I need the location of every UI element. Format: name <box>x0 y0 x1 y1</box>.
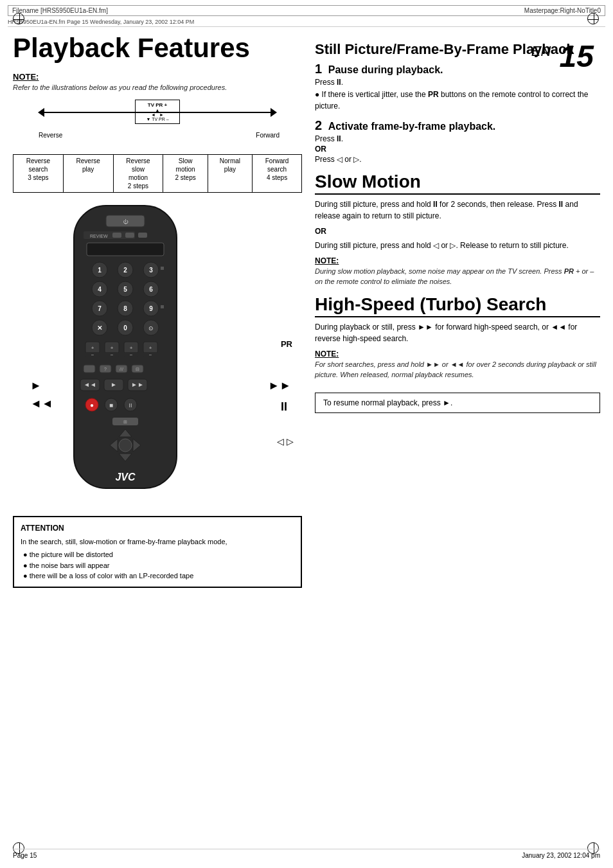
steps-table: Reversesearch3 steps Reverseplay Reverse… <box>13 154 302 193</box>
svg-text:+: + <box>111 345 114 351</box>
svg-text:0: 0 <box>123 324 127 332</box>
footer-right: January 23, 2002 12:04 pm <box>522 852 600 859</box>
remote-svg-wrap: ⏻ REVIEW 1 <box>48 199 267 509</box>
pause-label: II <box>281 400 287 414</box>
slow-motion-note: NOTE: During slow motion playback, some … <box>315 256 600 287</box>
svg-text:–: – <box>91 352 94 357</box>
reg-mark-tl <box>13 13 26 26</box>
high-speed-desc: During playback or still, press ►► for f… <box>315 321 600 344</box>
arrow-left <box>38 108 44 117</box>
step-2-press2: Press ◁ or ▷. <box>315 155 600 164</box>
svg-text:REVIEW: REVIEW <box>90 234 108 238</box>
diagram-area: TV PR + ▲ ◄► ▼ TV PR – Reverse Forward <box>13 100 302 148</box>
rew-left: ◄◄ <box>30 397 53 411</box>
forward-label: Forward <box>256 132 280 139</box>
main-content: Playback Features NOTE: Refer to the ill… <box>13 33 600 594</box>
header-filename: Filename [HRS5950EU1a-EN.fm] <box>12 7 108 14</box>
svg-text:2: 2 <box>123 267 127 274</box>
attention-bullet-2: the noise bars will appear <box>23 560 294 571</box>
table-cell-normal-play: Normalplay <box>208 154 252 192</box>
page-footer: Page 15 January 23, 2002 12:04 pm <box>13 849 600 859</box>
step-1-press: Press II. <box>315 78 600 87</box>
svg-text:JVC: JVC <box>115 472 136 483</box>
section-slow-motion: Slow Motion During still picture, press … <box>315 172 600 287</box>
svg-text:⊞: ⊞ <box>123 420 127 424</box>
resume-box: To resume normal playback, press ►. <box>315 393 600 413</box>
remote-area: ⏻ REVIEW 1 <box>13 199 302 509</box>
table-cell-reverse-search: Reversesearch3 steps <box>13 154 64 192</box>
high-speed-note-text: For short searches, press and hold ►► or… <box>315 360 600 380</box>
svg-text:///: /// <box>120 367 123 371</box>
page-title: Playback Features <box>13 33 302 63</box>
page-header: Filename [HRS5950EU1a-EN.fm] Masterpage:… <box>8 5 605 16</box>
high-speed-note-heading: NOTE: <box>315 350 600 359</box>
table-cell-forward-search: Forwardsearch4 steps <box>253 154 302 192</box>
svg-text:II: II <box>129 402 132 409</box>
left-column: Playback Features NOTE: Refer to the ill… <box>13 33 302 594</box>
svg-text:●: ● <box>90 402 94 409</box>
tv-diagram: TV PR + ▲ ◄► ▼ TV PR – Reverse Forward <box>35 100 280 148</box>
high-speed-note: NOTE: For short searches, press and hold… <box>315 350 600 380</box>
note-section: NOTE: Refer to the illustrations below a… <box>13 72 302 93</box>
svg-text:►: ► <box>111 381 117 388</box>
svg-rect-6 <box>125 233 134 238</box>
step-2-block: 2 Activate frame-by-frame playback. Pres… <box>315 118 600 164</box>
slow-motion-note-text: During slow motion playback, some noise … <box>315 267 600 287</box>
svg-rect-28 <box>161 305 164 308</box>
slow-motion-desc1: During still picture, press and hold II … <box>315 199 600 222</box>
page-num-digit: 15 <box>560 39 594 73</box>
attention-bullet-1: the picture will be distorted <box>23 549 294 560</box>
arrow-line <box>42 112 273 113</box>
svg-text:6: 6 <box>149 286 153 293</box>
fwd-right: ►► <box>268 379 291 393</box>
section-high-speed: High-Speed (Turbo) Search During playbac… <box>315 294 600 413</box>
svg-text:9: 9 <box>149 305 153 312</box>
play-left-arrow: ► <box>30 379 42 393</box>
attention-bullet-3: there will be a loss of color with an LP… <box>23 571 294 581</box>
attention-intro: In the search, still, slow-motion or fra… <box>21 536 294 547</box>
svg-text:–: – <box>149 352 152 357</box>
reverse-label: Reverse <box>39 132 62 139</box>
footer-left: Page 15 <box>13 852 37 859</box>
slow-motion-note-heading: NOTE: <box>315 256 600 265</box>
svg-text:5: 5 <box>123 286 127 293</box>
svg-text:+: + <box>91 345 94 351</box>
attention-box: ATTENTION In the search, still, slow-mot… <box>13 516 302 588</box>
svg-text:►►: ►► <box>131 381 144 388</box>
svg-text:⊙: ⊙ <box>148 325 154 332</box>
high-speed-title: High-Speed (Turbo) Search <box>315 294 600 317</box>
svg-text:8: 8 <box>123 305 127 312</box>
svg-text:1: 1 <box>98 267 102 274</box>
attention-heading: ATTENTION <box>21 522 294 534</box>
svg-rect-8 <box>87 243 164 256</box>
svg-text:–: – <box>130 352 132 357</box>
svg-text:◄◄: ◄◄ <box>84 381 96 388</box>
table-cell-reverse-slow: Reverseslowmotion2 steps <box>113 154 163 192</box>
slow-motion-desc2: During still picture, press and hold ◁ o… <box>315 240 600 251</box>
step-2-press1: Press II. <box>315 134 600 143</box>
remote-svg: ⏻ REVIEW 1 <box>48 199 202 508</box>
sub-header: HRS5950EU1a-EN.fm Page 15 Wednesday, Jan… <box>8 19 605 27</box>
svg-rect-5 <box>112 233 121 238</box>
svg-text:+: + <box>130 345 133 351</box>
en-label: EN <box>531 43 551 59</box>
svg-rect-7 <box>138 233 147 238</box>
svg-text:4: 4 <box>98 286 102 293</box>
note-text: Refer to the illustrations below as you … <box>13 83 302 93</box>
svg-rect-15 <box>161 267 164 270</box>
svg-text:+: + <box>149 345 152 351</box>
svg-text:3: 3 <box>149 267 153 274</box>
step-2-heading: 2 Activate frame-by-frame playback. <box>315 118 600 133</box>
pr-label: PR <box>281 339 292 349</box>
svg-text:■: ■ <box>109 402 113 409</box>
table-cell-reverse-play: Reverseplay <box>63 154 113 192</box>
svg-text:⏻: ⏻ <box>123 219 129 225</box>
slow-motion-title: Slow Motion <box>315 172 600 195</box>
right-column: Still Picture/Frame-By-Frame Playback 1 … <box>315 33 600 594</box>
step-1-detail: ● If there is vertical jitter, use the P… <box>315 89 600 112</box>
svg-text:✕: ✕ <box>97 324 102 332</box>
reg-mark-tr <box>587 13 600 26</box>
svg-text:–: – <box>111 352 113 357</box>
svg-text:?: ? <box>104 367 107 371</box>
or-label-2: OR <box>315 227 600 236</box>
